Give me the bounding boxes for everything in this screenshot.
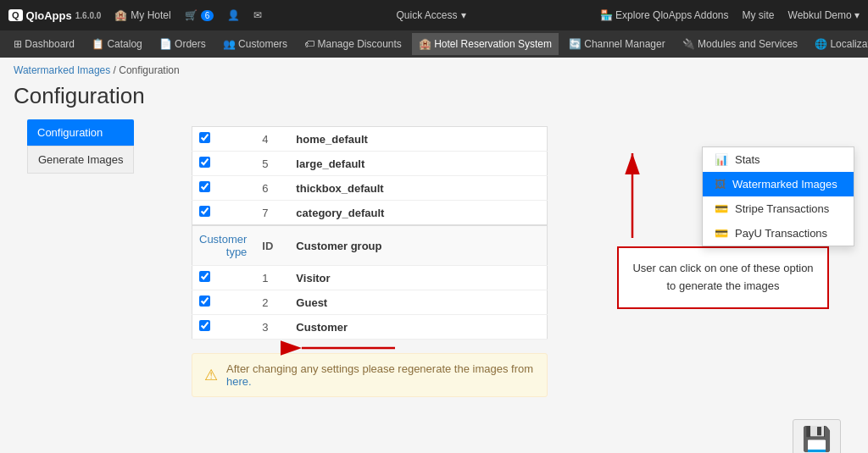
nav-hotel-reservation[interactable]: 🏨 Hotel Reservation System <box>412 33 559 55</box>
nav-catalog[interactable]: 📋 Catalog <box>85 33 149 55</box>
right-nav-links: 🏪 Explore QloApps Addons My site Webkul … <box>600 9 860 21</box>
breadcrumb-parent[interactable]: Watermarked Images <box>14 64 110 76</box>
cart-badge: 6 <box>201 10 214 21</box>
dropdown-menu: 📊 Stats 🖼 Watermarked Images 💳 Stripe Tr… <box>702 146 854 246</box>
dropdown-stats[interactable]: 📊 Stats <box>703 147 854 172</box>
config-table-wrapper: 4 home_default 5 large_default 6 thickbo… <box>192 126 548 397</box>
nav-manage-discounts[interactable]: 🏷 Manage Discounts <box>298 33 409 55</box>
warning-icon: ⚠ <box>204 366 218 384</box>
nav-channel-manager[interactable]: 🔄 Channel Manager <box>562 33 672 55</box>
cart-link[interactable]: 🛒 6 <box>185 9 214 21</box>
save-area: 💾 Save <box>14 406 854 453</box>
warning-bar: ⚠ After changing any settings please reg… <box>192 353 548 397</box>
checkbox-visitor[interactable] <box>199 271 210 282</box>
main-content: Configuration Generate Images 📊 Stats 🖼 … <box>0 119 868 453</box>
watermarked-icon: 🖼 <box>715 178 726 191</box>
explore-label: Explore QloApps Addons <box>615 9 728 21</box>
config-table: 4 home_default 5 large_default 6 thickbo… <box>192 126 548 340</box>
warning-text: After changing any settings please regen… <box>226 362 533 375</box>
quick-access-menu[interactable]: Quick Access ▾ <box>396 9 465 21</box>
table-row-visitor: 1 Visitor <box>192 266 548 290</box>
save-button[interactable]: 💾 Save <box>793 419 841 453</box>
content-wrapper: Configuration Generate Images 📊 Stats 🖼 … <box>14 119 854 397</box>
dropdown-payu[interactable]: 💳 PayU Transactions <box>703 221 854 246</box>
annotation-text: User can click on one of these option to… <box>632 262 813 292</box>
checkbox-row7[interactable] <box>199 206 210 217</box>
explore-addons-link[interactable]: 🏪 Explore QloApps Addons <box>600 9 729 21</box>
dropdown-stripe[interactable]: 💳 Stripe Transactions <box>703 196 854 221</box>
my-site-link[interactable]: My site <box>743 9 775 21</box>
breadcrumb-current: Configuration <box>119 64 179 76</box>
nav-customers[interactable]: 👥 Customers <box>216 33 294 55</box>
table-row: 7 category_default <box>192 201 548 226</box>
webkul-demo-link[interactable]: Webkul Demo ▾ <box>788 9 860 21</box>
stats-icon: 📊 <box>715 153 728 166</box>
top-navbar: Q QloApps 1.6.0.0 🏨 My Hotel 🛒 6 👤 ✉ Qui… <box>0 0 868 30</box>
nav-dashboard[interactable]: ⊞ Dashboard <box>7 33 81 55</box>
panel-generate-images[interactable]: Generate Images <box>27 146 134 174</box>
table-row: 4 home_default <box>192 127 548 152</box>
page-title: Configuration <box>0 80 868 119</box>
app-version: 1.6.0.0 <box>75 11 102 20</box>
stripe-icon: 💳 <box>715 202 728 215</box>
table-row-guest: 2 Guest <box>192 290 548 315</box>
demo-label: Webkul Demo <box>788 9 852 21</box>
nav-localization[interactable]: 🌐 Localization <box>808 33 868 55</box>
annotation-box: User can click on one of these option to… <box>617 246 829 309</box>
table-row: 5 large_default <box>192 152 548 176</box>
customer-type-label: Customer type <box>199 233 247 258</box>
table-row-customer: 3 Customer <box>192 315 548 340</box>
logo-text: QloApps <box>26 9 72 22</box>
my-hotel-link[interactable]: 🏨 My Hotel <box>114 9 170 21</box>
save-icon: 💾 <box>793 419 841 453</box>
app-logo: Q QloApps 1.6.0.0 <box>8 9 101 22</box>
quick-access-label: Quick Access <box>396 9 457 21</box>
nav-orders[interactable]: 📄 Orders <box>153 33 213 55</box>
nav-modules[interactable]: 🔌 Modules and Services <box>676 33 804 55</box>
checkbox-row6[interactable] <box>199 181 210 192</box>
checkbox-row4[interactable] <box>199 132 210 143</box>
my-hotel-label: My Hotel <box>131 9 170 21</box>
breadcrumb: Watermarked Images / Configuration <box>0 58 868 80</box>
warning-link[interactable]: here. <box>226 375 252 388</box>
checkbox-guest[interactable] <box>199 296 210 307</box>
customer-section-header: Customer type ID Customer group <box>192 225 548 266</box>
user-link[interactable]: 👤 <box>227 9 240 21</box>
payu-icon: 💳 <box>715 227 728 240</box>
table-row: 6 thickbox_default <box>192 176 548 201</box>
left-panel: Configuration Generate Images <box>27 119 134 174</box>
mail-link[interactable]: ✉ <box>253 9 262 21</box>
checkbox-customer[interactable] <box>199 320 210 331</box>
checkbox-row5[interactable] <box>199 157 210 168</box>
sub-navbar: ⊞ Dashboard 📋 Catalog 📄 Orders 👥 Custome… <box>0 30 868 58</box>
dropdown-watermarked-images[interactable]: 🖼 Watermarked Images <box>703 172 854 196</box>
panel-configuration[interactable]: Configuration <box>27 119 134 146</box>
